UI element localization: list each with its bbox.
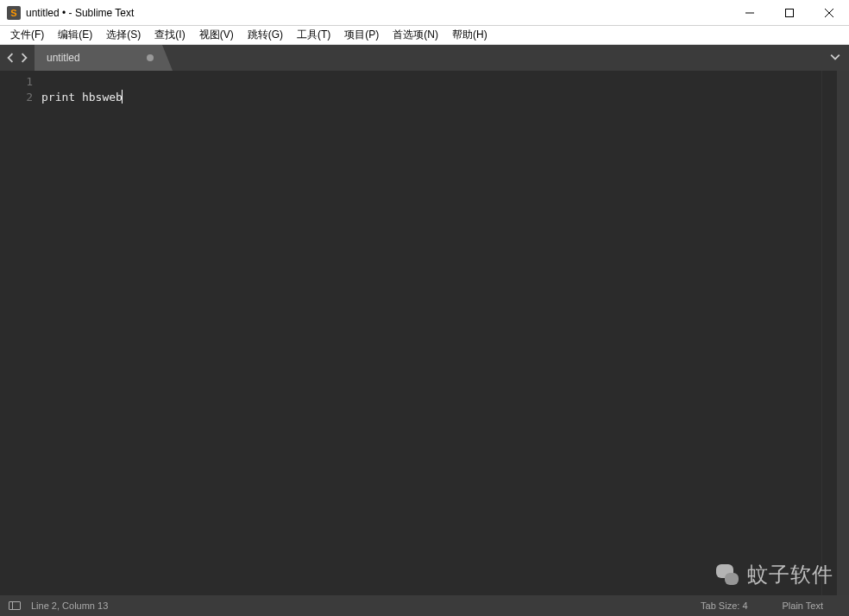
line-number-gutter: 1 2 bbox=[0, 71, 41, 595]
nav-forward-icon[interactable] bbox=[19, 53, 29, 63]
tab-bar: untitled bbox=[0, 45, 849, 71]
status-syntax[interactable]: Plain Text bbox=[783, 600, 824, 611]
menu-select[interactable]: 选择(S) bbox=[99, 26, 148, 44]
line-number: 2 bbox=[0, 90, 33, 105]
tab-dirty-indicator-icon bbox=[147, 54, 154, 61]
window-title: untitled • - Sublime Text bbox=[26, 7, 134, 19]
close-button[interactable] bbox=[809, 0, 849, 26]
nav-back-icon[interactable] bbox=[5, 53, 16, 63]
wechat-icon bbox=[713, 561, 740, 588]
status-bar: Line 2, Column 13 Tab Size: 4 Plain Text bbox=[0, 595, 849, 616]
editor-area: 1 2 print hbsweb bbox=[0, 71, 849, 595]
code-line: print hbsweb bbox=[41, 90, 821, 105]
menu-bar: 文件(F) 编辑(E) 选择(S) 查找(I) 视图(V) 跳转(G) 工具(T… bbox=[0, 26, 849, 45]
watermark-text: 蚊子软件 bbox=[747, 561, 833, 588]
window-titlebar: S untitled • - Sublime Text bbox=[0, 0, 849, 26]
maximize-button[interactable] bbox=[770, 0, 809, 26]
menu-tools[interactable]: 工具(T) bbox=[290, 26, 337, 44]
minimap[interactable] bbox=[821, 71, 837, 595]
text-cursor-icon bbox=[122, 90, 123, 104]
menu-view[interactable]: 视图(V) bbox=[192, 26, 241, 44]
svg-rect-1 bbox=[786, 9, 794, 17]
tab-label: untitled bbox=[47, 52, 80, 64]
status-position[interactable]: Line 2, Column 13 bbox=[31, 600, 108, 611]
menu-find[interactable]: 查找(I) bbox=[148, 26, 192, 44]
tab-untitled[interactable]: untitled bbox=[35, 45, 173, 71]
vertical-scrollbar[interactable] bbox=[837, 71, 849, 595]
menu-edit[interactable]: 编辑(E) bbox=[51, 26, 99, 44]
status-tab-size[interactable]: Tab Size: 4 bbox=[701, 600, 747, 611]
minimize-button[interactable] bbox=[730, 0, 770, 26]
menu-preferences[interactable]: 首选项(N) bbox=[386, 26, 445, 44]
menu-project[interactable]: 项目(P) bbox=[337, 26, 386, 44]
menu-help[interactable]: 帮助(H) bbox=[445, 26, 494, 44]
menu-goto[interactable]: 跳转(G) bbox=[241, 26, 290, 44]
menu-file[interactable]: 文件(F) bbox=[3, 26, 51, 44]
app-icon: S bbox=[7, 6, 21, 20]
code-line bbox=[41, 74, 821, 90]
code-editor[interactable]: print hbsweb bbox=[41, 71, 821, 595]
line-number: 1 bbox=[0, 74, 33, 90]
tab-dropdown-icon[interactable] bbox=[830, 52, 840, 65]
panel-toggle-icon[interactable] bbox=[9, 601, 21, 610]
watermark: 蚊子软件 bbox=[713, 561, 833, 588]
